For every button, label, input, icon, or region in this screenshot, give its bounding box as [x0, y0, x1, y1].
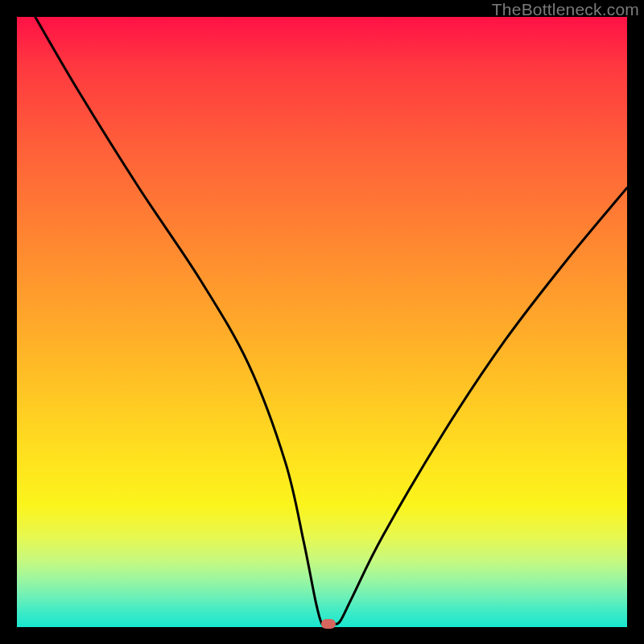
curve-svg	[17, 17, 627, 627]
bottleneck-curve-path	[35, 17, 627, 625]
optimal-point-marker	[321, 619, 336, 629]
plot-area	[17, 17, 627, 627]
chart-container: TheBottleneck.com	[0, 0, 644, 644]
